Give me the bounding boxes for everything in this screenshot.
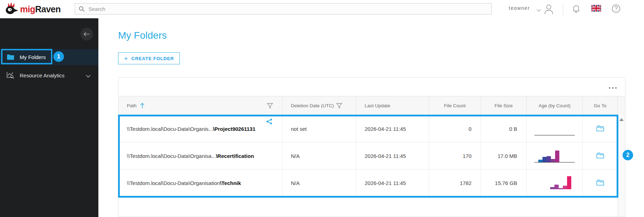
column-header-deletion-date[interactable]: Deletion Date (UTC) bbox=[282, 96, 356, 115]
more-options-icon[interactable] bbox=[607, 86, 618, 90]
age-bar-chart bbox=[534, 121, 575, 137]
analytics-chart-icon bbox=[6, 72, 15, 79]
path-cell: \\Testdom.local\Docu-Data\Organisation\T… bbox=[118, 170, 282, 196]
table-toolbar bbox=[118, 78, 625, 96]
path-cell: \\Testdom.local\Docu-Data\Organis...\Pro… bbox=[118, 115, 282, 142]
top-bar: migRaven teowner bbox=[0, 0, 644, 18]
help-icon[interactable] bbox=[612, 4, 620, 14]
folder-icon bbox=[6, 54, 15, 60]
vertical-scrollbar[interactable] bbox=[618, 115, 625, 217]
path-cell: \\Testdom.local\Docu-Data\Organisa...\Re… bbox=[118, 142, 282, 169]
goto-folder-icon[interactable] bbox=[596, 152, 604, 160]
scroll-up-arrow-icon[interactable] bbox=[619, 118, 624, 121]
age-bar-chart bbox=[534, 148, 575, 164]
filter-icon[interactable] bbox=[267, 103, 273, 110]
language-flag-uk-icon[interactable] bbox=[591, 5, 601, 13]
file-count-cell: 1782 bbox=[429, 170, 481, 196]
goto-folder-icon[interactable] bbox=[596, 179, 604, 187]
file-count-cell: 0 bbox=[429, 115, 481, 142]
file-count-cell: 170 bbox=[429, 142, 481, 169]
file-size-cell: 0 B bbox=[481, 115, 527, 142]
table-header-row: Path Deletion Date (UTC) Last Update Fil… bbox=[118, 96, 625, 115]
column-header-path[interactable]: Path bbox=[118, 96, 282, 115]
goto-cell bbox=[583, 142, 618, 169]
sidebar-item-resource-analytics[interactable]: Resource Analytics bbox=[0, 68, 98, 82]
user-avatar-icon[interactable] bbox=[544, 4, 554, 16]
column-header-age[interactable]: Age (by Count) bbox=[527, 96, 583, 115]
path-text: \\Testdom.local\Docu-Data\Organisation\T… bbox=[127, 180, 241, 186]
notifications-bell-icon[interactable] bbox=[572, 4, 580, 15]
sidebar-item-my-folders[interactable]: My Folders bbox=[0, 49, 98, 65]
arrow-left-icon bbox=[84, 32, 90, 37]
last-update-cell: 2026-04-21 11:45 bbox=[356, 115, 429, 142]
sidebar-collapse-button[interactable] bbox=[80, 28, 93, 40]
file-size-cell: 17.0 MB bbox=[481, 142, 527, 169]
column-header-goto[interactable]: Go To bbox=[583, 96, 618, 115]
path-text: \\Testdom.local\Docu-Data\Organis...\Pro… bbox=[127, 126, 255, 132]
sidebar-item-label: Resource Analytics bbox=[20, 72, 65, 78]
user-chevron-down-icon[interactable] bbox=[536, 7, 541, 13]
path-text: \\Testdom.local\Docu-Data\Organisa...\Re… bbox=[127, 153, 254, 159]
share-icon[interactable] bbox=[266, 119, 272, 126]
search-icon bbox=[79, 6, 85, 12]
sidebar-item-label: My Folders bbox=[20, 54, 46, 60]
deletion-date-cell: N/A bbox=[282, 142, 356, 169]
goto-cell bbox=[583, 115, 618, 142]
age-chart-cell bbox=[527, 115, 583, 142]
table-row[interactable]: \\Testdom.local\Docu-Data\Organis...\Pro… bbox=[118, 115, 625, 142]
raven-logo-icon bbox=[4, 2, 18, 17]
sort-ascending-icon[interactable] bbox=[140, 103, 145, 109]
age-chart-cell bbox=[527, 142, 583, 169]
table-body: \\Testdom.local\Docu-Data\Organis...\Pro… bbox=[118, 115, 625, 197]
age-chart-cell bbox=[527, 170, 583, 196]
annotation-step-2-badge: 2 bbox=[623, 150, 633, 160]
search-input[interactable] bbox=[88, 6, 488, 12]
table-row[interactable]: \\Testdom.local\Docu-Data\Organisa...\Re… bbox=[118, 142, 625, 170]
annotation-step-1-badge: 1 bbox=[53, 51, 64, 62]
table-row[interactable]: \\Testdom.local\Docu-Data\Organisation\T… bbox=[118, 170, 625, 197]
user-menu-name[interactable]: teowner bbox=[509, 5, 530, 11]
column-header-file-size[interactable]: File Size bbox=[481, 96, 527, 115]
app-logo[interactable]: migRaven bbox=[4, 2, 61, 16]
deletion-date-cell: not set bbox=[282, 115, 356, 142]
global-search bbox=[75, 3, 492, 14]
goto-cell bbox=[583, 170, 618, 196]
folders-table: Path Deletion Date (UTC) Last Update Fil… bbox=[118, 77, 625, 217]
deletion-date-cell: N/A bbox=[282, 170, 356, 196]
column-header-last-update[interactable]: Last Update bbox=[356, 96, 429, 115]
column-header-file-count[interactable]: File Count bbox=[429, 96, 481, 115]
chevron-down-icon[interactable] bbox=[86, 73, 91, 79]
age-bar-chart bbox=[534, 175, 575, 191]
goto-folder-icon[interactable] bbox=[596, 125, 604, 133]
filter-icon[interactable] bbox=[336, 103, 342, 109]
plus-icon: + bbox=[124, 55, 128, 62]
last-update-cell: 2026-04-21 11:45 bbox=[356, 142, 429, 169]
create-folder-label: CREATE FOLDER bbox=[131, 56, 174, 61]
sidebar: My Folders Resource Analytics bbox=[0, 18, 98, 217]
create-folder-button[interactable]: + CREATE FOLDER bbox=[118, 52, 180, 64]
header-scrollbar-spacer bbox=[618, 96, 625, 115]
topbar-divider bbox=[563, 3, 563, 15]
page-title: My Folders bbox=[118, 30, 167, 41]
file-size-cell: 15.76 GB bbox=[481, 170, 527, 196]
brand-text: migRaven bbox=[20, 4, 61, 14]
last-update-cell: 2026-04-21 11:45 bbox=[356, 170, 429, 196]
